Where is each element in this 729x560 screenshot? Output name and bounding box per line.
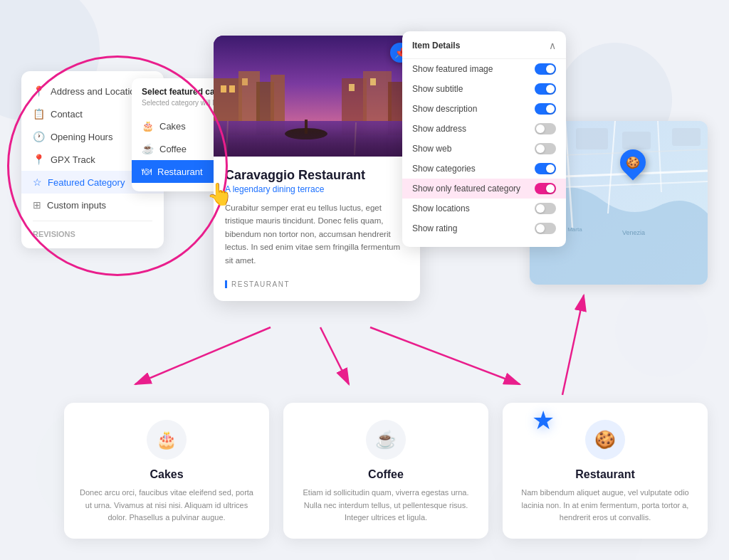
toggle-subtitle[interactable]: [535, 83, 556, 95]
card-image: 📌: [214, 36, 420, 157]
cakes-card-title: Cakes: [78, 468, 255, 481]
item-details-panel: Item Details ∧ Show featured image Show …: [402, 31, 566, 247]
toggle-row-subtitle: Show subtitle: [402, 79, 566, 99]
toggle-row-featured-image: Show featured image: [402, 59, 566, 79]
toggle-featured-category[interactable]: [535, 183, 556, 194]
restaurant-card-title: Restaurant: [517, 468, 693, 481]
coffee-card-title: Coffee: [298, 468, 474, 481]
map-marker[interactable]: 🍪: [620, 149, 646, 175]
toggle-address[interactable]: [535, 123, 556, 134]
revisions-label: Revisions: [21, 226, 164, 240]
coffee-card-icon: ☕: [366, 420, 406, 460]
bottom-cards: 🎂 Cakes Donec arcu orci, faucibus vitae …: [64, 403, 708, 539]
restaurant-card: 📌 Caravaggio Restaurant A legendary dini…: [214, 36, 420, 301]
cat-card-cakes[interactable]: 🎂 Cakes Donec arcu orci, faucibus vitae …: [64, 403, 269, 539]
card-title: Caravaggio Restaurant: [225, 168, 409, 183]
svg-rect-28: [672, 128, 701, 146]
star-icon: ☆: [33, 176, 42, 188]
toggle-row-web: Show web: [402, 139, 566, 159]
toggle-row-featured-category: Show only featured category: [402, 179, 566, 199]
sidebar-divider: [33, 221, 152, 221]
card-description: Curabitur semper erat eu tellus luctus, …: [225, 201, 409, 267]
restaurant-icon: 🍽: [142, 166, 152, 177]
svg-rect-10: [242, 78, 248, 85]
card-tag: RESTAURANT: [225, 280, 290, 288]
svg-rect-13: [214, 121, 420, 157]
gpx-icon: 📍: [33, 154, 45, 165]
chevron-up-icon[interactable]: ∧: [549, 40, 556, 51]
restaurant-card-icon: 🍪: [585, 420, 625, 460]
cookie-icon: 🍪: [626, 155, 640, 169]
toggle-locations[interactable]: [535, 203, 556, 214]
grid-icon: ⊞: [33, 199, 41, 211]
svg-rect-26: [622, 132, 651, 149]
coffee-icon: ☕: [142, 143, 154, 154]
svg-rect-8: [221, 85, 226, 93]
toggle-row-locations: Show locations: [402, 199, 566, 218]
toggle-row-rating: Show rating: [402, 218, 566, 238]
cakes-card-icon: 🎂: [147, 420, 187, 460]
blue-star: ★: [532, 406, 555, 435]
contact-icon: 📋: [33, 108, 45, 120]
panel-title: Item Details: [412, 41, 460, 51]
card-subtitle: A legendary dining terrace: [225, 184, 409, 194]
coffee-card-desc: Etiam id sollicitudin quam, viverra eges…: [298, 487, 474, 524]
panel-header: Item Details ∧: [402, 40, 566, 59]
svg-rect-9: [229, 85, 235, 93]
svg-rect-17: [305, 120, 308, 134]
toggle-featured-image[interactable]: [535, 63, 556, 75]
toggle-web[interactable]: [535, 143, 556, 154]
svg-rect-12: [370, 78, 376, 85]
toggle-description[interactable]: [535, 103, 556, 115]
cakes-card-desc: Donec arcu orci, faucibus vitae eleifend…: [78, 487, 255, 524]
sidebar-item-custom[interactable]: ⊞ Custom inputs: [21, 194, 164, 216]
cat-card-coffee[interactable]: ☕ Coffee Etiam id sollicitudin quam, viv…: [283, 403, 488, 539]
map-marker-pin: 🍪: [615, 144, 651, 180]
svg-point-16: [285, 128, 327, 139]
svg-text:Venezia: Venezia: [622, 229, 645, 236]
clock-icon: 🕐: [33, 131, 45, 142]
svg-rect-25: [576, 128, 608, 149]
toggle-row-description: Show description: [402, 99, 566, 119]
toggle-row-categories: Show categories: [402, 159, 566, 179]
toggle-categories[interactable]: [535, 163, 556, 174]
address-icon: 📍: [33, 85, 45, 97]
cakes-icon: 🎂: [142, 120, 154, 132]
svg-rect-11: [349, 84, 355, 91]
restaurant-card-desc: Nam bibendum aliquet augue, vel vulputat…: [517, 487, 693, 524]
toggle-row-address: Show address: [402, 119, 566, 139]
toggle-rating[interactable]: [535, 223, 556, 234]
venice-illustration: [214, 36, 420, 157]
